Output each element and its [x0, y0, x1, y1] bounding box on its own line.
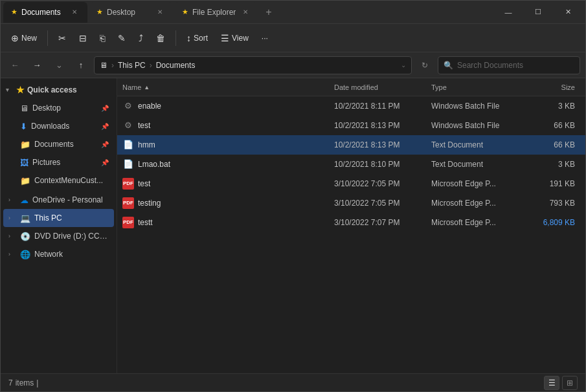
cut-button[interactable]: ✂ [53, 28, 71, 49]
copy-button[interactable]: ⊟ [74, 28, 92, 49]
tab-file-explorer[interactable]: ★ File Explorer ✕ [174, 2, 258, 23]
file-date: 3/10/2022 7:05 PM [334, 179, 431, 188]
add-tab-button[interactable]: + [260, 3, 278, 21]
maximize-button[interactable]: ☐ [523, 1, 553, 24]
column-date[interactable]: Date modified [334, 83, 431, 91]
star-icon-3: ★ [182, 8, 188, 16]
detail-view-button[interactable]: ⊞ [562, 376, 578, 390]
copy-icon: ⊟ [79, 33, 87, 43]
documents-folder-icon: 📁 [20, 140, 30, 149]
file-label: test [138, 179, 150, 188]
table-row[interactable]: 📄 hmm 10/2/2021 8:13 PM Text Document 66… [117, 135, 585, 155]
sidebar-item-this-pc[interactable]: › 💻 This PC [3, 209, 114, 227]
file-date: 10/2/2021 8:13 PM [334, 121, 431, 130]
separator-2 [175, 30, 176, 46]
refresh-button[interactable]: ↻ [416, 56, 434, 74]
file-name-hmm: 📄 hmm [122, 139, 334, 151]
up-button[interactable]: ↑ [72, 56, 90, 74]
breadcrumb-pc[interactable]: This PC [118, 61, 146, 70]
quick-access-section: ▾ ★ Quick access 🖥 Desktop 📌 ⬇ Downloads… [1, 81, 117, 190]
tab-documents[interactable]: ★ Documents ✕ [3, 2, 87, 23]
file-name-testt: PDF testt [122, 217, 334, 228]
tab-desktop[interactable]: ★ Desktop ✕ [89, 2, 173, 23]
view-toggles: ☰ ⊞ [544, 376, 578, 390]
file-type: Microsoft Edge P... [431, 199, 528, 208]
toolbar: ⊕ New ✂ ⊟ ⎗ ✎ ⤴ 🗑 ↕ Sort ☰ View [1, 24, 585, 52]
file-label: Lmao.bat [138, 160, 170, 169]
file-size: 66 KB [528, 121, 580, 130]
file-size: 66 KB [528, 140, 580, 149]
star-icon-sidebar: ★ [16, 85, 25, 95]
paste-button[interactable]: ⎗ [95, 28, 110, 49]
file-area: Name ▲ Date modified Type Size ⚙ [117, 78, 585, 373]
pdf-file-icon-2: PDF [122, 197, 134, 209]
rename-button[interactable]: ✎ [113, 28, 131, 49]
star-icon: ★ [11, 8, 17, 16]
file-size: 3 KB [528, 160, 580, 169]
item-count: 7 [8, 378, 13, 387]
share-icon: ⤴ [139, 33, 143, 43]
list-view-button[interactable]: ☰ [544, 376, 559, 390]
sidebar-item-dvd[interactable]: › 💿 DVD Drive (D:) CCC... [3, 227, 114, 245]
breadcrumb-documents[interactable]: Documents [156, 61, 196, 70]
new-label: New [21, 34, 37, 43]
search-box[interactable]: 🔍 Search Documents [438, 56, 580, 74]
table-row[interactable]: ⚙ test 10/2/2021 8:13 PM Windows Batch F… [117, 116, 585, 135]
separator-1 [47, 30, 48, 46]
dvd-icon: 💿 [20, 232, 30, 241]
pdf-file-icon: PDF [122, 178, 134, 190]
sidebar-item-network[interactable]: › 🌐 Network [3, 245, 114, 263]
file-size: 793 KB [528, 199, 580, 208]
new-button[interactable]: ⊕ New [6, 28, 42, 49]
column-name[interactable]: Name ▲ [122, 83, 334, 91]
sidebar-item-downloads[interactable]: ⬇ Downloads 📌 [3, 117, 114, 135]
address-bar[interactable]: 🖥 › This PC › Documents ⌄ [94, 56, 412, 74]
close-tab-desktop[interactable]: ✕ [155, 7, 165, 17]
share-button[interactable]: ⤴ [133, 28, 148, 49]
quick-access-header[interactable]: ▾ ★ Quick access [1, 81, 117, 99]
file-name-test-pdf: PDF test [122, 178, 334, 190]
back-button[interactable]: ← [6, 56, 24, 74]
items-label: items [16, 378, 34, 387]
delete-button[interactable]: 🗑 [151, 28, 170, 49]
txt-file-icon-2: 📄 [122, 158, 134, 170]
close-tab-file-explorer[interactable]: ✕ [240, 7, 251, 17]
sidebar-item-contextmenu[interactable]: 📁 ContextMenuCust... [3, 171, 114, 190]
more-button[interactable]: ··· [256, 28, 273, 49]
table-row[interactable]: ⚙ enable 10/2/2021 8:11 PM Windows Batch… [117, 96, 585, 116]
chevron-down-icon[interactable]: ⌄ [401, 61, 406, 69]
view-button[interactable]: ☰ View [216, 28, 254, 49]
file-type: Microsoft Edge P... [431, 179, 528, 188]
sidebar-item-pictures[interactable]: 🖼 Pictures 📌 [3, 153, 114, 171]
close-tab-documents[interactable]: ✕ [69, 7, 80, 17]
sidebar-item-documents[interactable]: 📁 Documents 📌 [3, 135, 114, 153]
minimize-button[interactable]: — [493, 1, 523, 24]
expand-button[interactable]: ⌄ [50, 56, 68, 74]
table-row[interactable]: PDF testt 3/10/2022 7:07 PM Microsoft Ed… [117, 213, 585, 232]
date-col-label: Date modified [334, 83, 378, 91]
sort-button[interactable]: ↕ Sort [181, 28, 213, 49]
table-row[interactable]: PDF test 3/10/2022 7:05 PM Microsoft Edg… [117, 174, 585, 193]
file-date: 10/2/2021 8:11 PM [334, 102, 431, 111]
file-label: testing [138, 199, 161, 208]
forward-button[interactable]: → [28, 56, 46, 74]
network-label: Network [34, 250, 109, 259]
sidebar-item-onedrive[interactable]: › ☁ OneDrive - Personal [3, 191, 114, 209]
file-label: testt [138, 218, 153, 227]
delete-icon: 🗑 [156, 33, 165, 43]
table-row[interactable]: PDF testing 3/10/2022 7:05 PM Microsoft … [117, 193, 585, 213]
this-pc-label: This PC [34, 213, 109, 223]
close-button[interactable]: ✕ [553, 1, 583, 24]
file-type: Microsoft Edge P... [431, 218, 528, 227]
txt-file-icon: 📄 [122, 139, 134, 151]
contextmenu-label: ContextMenuCust... [34, 176, 109, 185]
table-row[interactable]: 📄 Lmao.bat 10/2/2021 8:10 PM Text Docume… [117, 155, 585, 174]
main-area: ▾ ★ Quick access 🖥 Desktop 📌 ⬇ Downloads… [1, 78, 585, 373]
bat-file-icon: ⚙ [122, 100, 134, 112]
window-controls: — ☐ ✕ [493, 1, 585, 23]
sidebar-item-desktop[interactable]: 🖥 Desktop 📌 [3, 99, 114, 117]
pc-expand-icon: › [8, 215, 16, 221]
status-separator: | [36, 378, 38, 387]
file-name-lmao: 📄 Lmao.bat [122, 158, 334, 170]
tab-desktop-label: Desktop [107, 8, 135, 17]
